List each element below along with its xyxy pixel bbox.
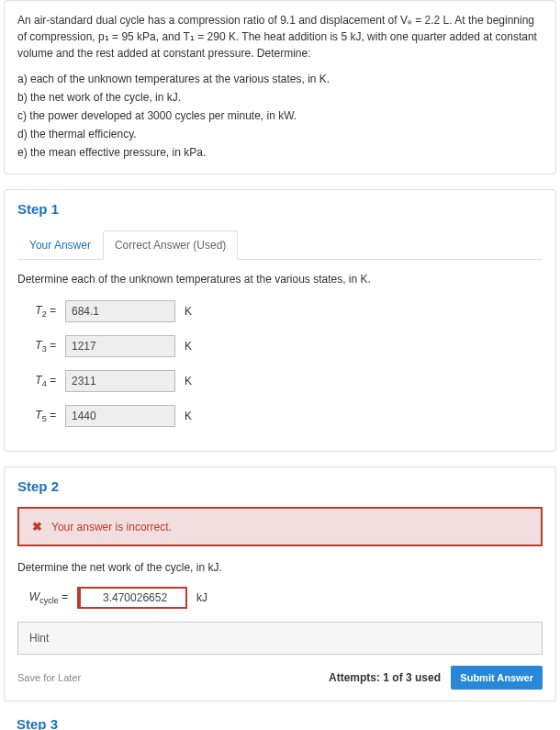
step1-panel: Step 1 Your Answer Correct Answer (Used)…: [4, 189, 556, 452]
problem-parts: a) each of the unknown temperatures at t…: [17, 71, 543, 161]
wcycle-row: Wcycle = i kJ: [17, 587, 543, 609]
problem-intro: An air-standard dual cycle has a compres…: [17, 12, 543, 62]
submit-button[interactable]: Submit Answer: [451, 666, 543, 690]
attempts-text: Attempts: 1 of 3 used: [329, 671, 441, 684]
hint-box[interactable]: Hint: [17, 622, 543, 655]
step3-section: Step 3 The parts of this question must b…: [4, 716, 556, 730]
step2-panel: Step 2 ✖ Your answer is incorrect. Deter…: [4, 466, 556, 702]
temp-input-t3: [65, 335, 175, 357]
unit-t4: K: [185, 375, 192, 387]
var-label-t3: T3 =: [17, 339, 56, 354]
save-for-later[interactable]: Save for Later: [17, 672, 81, 683]
tab-correct-answer[interactable]: Correct Answer (Used): [103, 230, 238, 260]
temp-row-t2: T2 = K: [17, 300, 543, 322]
step1-prompt: Determine each of the unknown temperatur…: [17, 273, 543, 286]
temp-input-t4: [65, 370, 175, 392]
var-label-wcycle: Wcycle =: [17, 590, 68, 605]
unit-t5: K: [185, 410, 192, 422]
temp-input-t2: [65, 300, 175, 322]
step2-footer: Save for Later Attempts: 1 of 3 used Sub…: [17, 666, 543, 690]
unit-t2: K: [185, 305, 192, 318]
step2-prompt: Determine the net work of the cycle, in …: [17, 561, 543, 574]
error-x-icon: ✖: [32, 520, 42, 533]
part-c: c) the power developed at 3000 cycles pe…: [17, 107, 543, 124]
unit-wcycle: kJ: [196, 591, 207, 604]
step3-title: Step 3: [17, 716, 543, 730]
step2-title: Step 2: [17, 478, 543, 494]
temp-input-t5: [65, 405, 175, 427]
wcycle-input-wrap: i: [77, 587, 187, 609]
step1-body: Determine each of the unknown temperatur…: [17, 273, 543, 427]
part-b: b) the net work of the cycle, in kJ.: [17, 89, 543, 106]
var-label-t5: T5 =: [17, 409, 56, 423]
step1-tabs: Your Answer Correct Answer (Used): [17, 230, 543, 260]
step1-title: Step 1: [17, 201, 543, 217]
temp-row-t3: T3 = K: [17, 335, 543, 357]
wcycle-input[interactable]: [77, 587, 187, 609]
var-label-t2: T2 =: [17, 304, 56, 319]
unit-t3: K: [185, 340, 192, 353]
part-a: a) each of the unknown temperatures at t…: [17, 71, 543, 87]
part-e: e) the mean effective pressure, in kPa.: [17, 144, 543, 161]
problem-text: An air-standard dual cycle has a compres…: [17, 12, 543, 161]
var-label-t4: T4 =: [17, 374, 56, 388]
tab-your-answer[interactable]: Your Answer: [17, 230, 103, 260]
problem-panel: An air-standard dual cycle has a compres…: [4, 0, 556, 174]
error-text: Your answer is incorrect.: [51, 521, 172, 533]
part-d: d) the thermal efficiency.: [17, 126, 543, 142]
error-alert: ✖ Your answer is incorrect.: [17, 507, 543, 546]
footer-right: Attempts: 1 of 3 used Submit Answer: [329, 666, 543, 690]
temp-row-t4: T4 = K: [17, 370, 543, 392]
temp-row-t5: T5 = K: [17, 405, 543, 427]
